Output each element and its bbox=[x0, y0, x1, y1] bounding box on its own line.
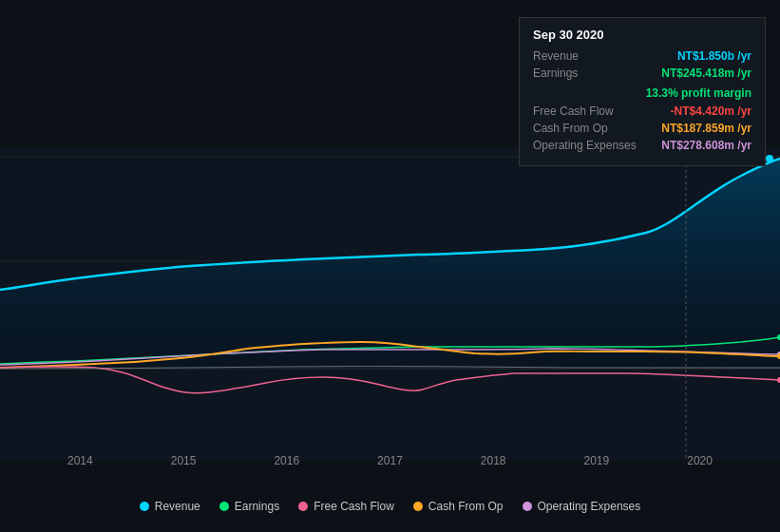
tooltip-label-opex: Operating Expenses bbox=[533, 139, 637, 152]
legend-dot-revenue bbox=[140, 502, 149, 511]
legend-item-cashop[interactable]: Cash From Op bbox=[413, 500, 504, 513]
tooltip-label-fcf: Free Cash Flow bbox=[533, 104, 614, 118]
tooltip-date: Sep 30 2020 bbox=[533, 28, 751, 42]
tooltip-value-opex: NT$278.608m /yr bbox=[661, 139, 751, 152]
x-label-2014: 2014 bbox=[67, 454, 93, 467]
x-axis: 2014 2015 2016 2017 2018 2019 2020 bbox=[0, 454, 780, 467]
tooltip-value-cashop: NT$187.859m /yr bbox=[661, 122, 751, 135]
legend-label-revenue: Revenue bbox=[155, 500, 200, 513]
legend-item-earnings[interactable]: Earnings bbox=[219, 500, 279, 513]
tooltip-value-earnings: NT$245.418m /yr bbox=[661, 66, 751, 80]
tooltip-profit-margin: 13.3% profit margin bbox=[646, 86, 751, 100]
legend-item-opex[interactable]: Operating Expenses bbox=[523, 500, 641, 513]
tooltip-value-revenue: NT$1.850b /yr bbox=[677, 49, 751, 63]
tooltip-label-revenue: Revenue bbox=[533, 49, 579, 63]
x-label-2017: 2017 bbox=[377, 454, 403, 467]
legend-item-fcf[interactable]: Free Cash Flow bbox=[298, 500, 394, 513]
tooltip-row-earnings: Earnings NT$245.418m /yr bbox=[533, 66, 751, 80]
x-label-2018: 2018 bbox=[481, 454, 506, 467]
legend-label-opex: Operating Expenses bbox=[538, 500, 641, 513]
legend-dot-fcf bbox=[298, 502, 308, 511]
legend-dot-cashop bbox=[413, 502, 423, 511]
legend-label-earnings: Earnings bbox=[235, 500, 279, 513]
tooltip-row-cashop: Cash From Op NT$187.859m /yr bbox=[533, 122, 751, 135]
tooltip-label-earnings: Earnings bbox=[533, 66, 578, 80]
tooltip-row-fcf: Free Cash Flow -NT$4.420m /yr bbox=[533, 104, 751, 118]
svg-point-5 bbox=[766, 155, 773, 162]
legend-label-fcf: Free Cash Flow bbox=[314, 500, 394, 513]
tooltip-row-opex: Operating Expenses NT$278.608m /yr bbox=[533, 139, 751, 152]
tooltip-label-cashop: Cash From Op bbox=[533, 122, 608, 135]
x-label-2016: 2016 bbox=[274, 454, 299, 467]
legend-item-revenue[interactable]: Revenue bbox=[140, 500, 200, 513]
legend-dot-earnings bbox=[219, 502, 229, 511]
legend: Revenue Earnings Free Cash Flow Cash Fro… bbox=[0, 500, 780, 513]
tooltip-value-fcf: -NT$4.420m /yr bbox=[671, 104, 751, 118]
chart-container: Sep 30 2020 Revenue NT$1.850b /yr Earnin… bbox=[0, 0, 780, 532]
legend-label-cashop: Cash From Op bbox=[428, 500, 504, 513]
chart-svg bbox=[0, 147, 780, 461]
x-label-2015: 2015 bbox=[171, 454, 197, 467]
x-label-2020: 2020 bbox=[687, 454, 713, 467]
tooltip-row-revenue: Revenue NT$1.850b /yr bbox=[533, 49, 751, 63]
legend-dot-opex bbox=[523, 502, 532, 511]
x-label-2019: 2019 bbox=[584, 454, 610, 467]
tooltip-box: Sep 30 2020 Revenue NT$1.850b /yr Earnin… bbox=[519, 17, 766, 166]
